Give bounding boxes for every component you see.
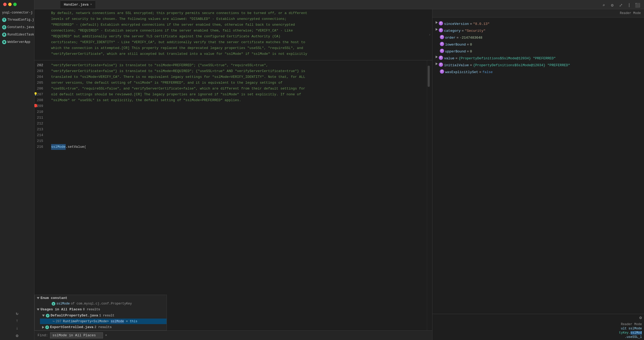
line-203: 203 <box>34 68 46 74</box>
sidebar-item-webserver[interactable]: W WebServerApp <box>0 38 34 46</box>
tab-close-icon[interactable]: × <box>90 3 92 6</box>
debug-row-category: f category = "Security" <box>436 28 641 34</box>
default-property-header[interactable]: J DefaultPropertySet.java 1 result <box>40 312 167 319</box>
export-controlled-subsection: J ExportControlled.java 2 results <box>35 324 167 330</box>
warning-icon: 💡 <box>34 92 38 96</box>
sidebar-item-mysql[interactable]: ysql-connector-j <box>0 9 34 16</box>
find-label: Find: <box>38 333 48 337</box>
up-nav-icon[interactable]: ↑ <box>16 318 19 324</box>
expand-sinceversion[interactable] <box>436 21 438 24</box>
usages-expand-icon[interactable] <box>37 308 39 311</box>
debug-row-value: f value = {PropertyDefinitions$SslMode@1… <box>436 55 641 62</box>
find-close-icon[interactable]: × <box>105 334 107 337</box>
line-210: 210 <box>34 109 46 115</box>
sidebar-settings-icon[interactable]: ⚙ <box>16 333 19 339</box>
tab-label: Handler.java <box>64 3 89 7</box>
reader-mode-button[interactable]: Reader Mode <box>620 11 641 15</box>
code-text: "verifyServerCertificate", which are sti… <box>51 51 307 57</box>
debug-row-initialvalue: f initialValue = {PropertyDefinitions$Ss… <box>436 62 641 69</box>
toolbar-area: ⌕ ⚙ ⤢ | ⬛ <box>597 0 644 11</box>
field-icon-initialvalue: f <box>439 62 443 67</box>
usages-section-header[interactable]: Usages in All Places 8 results <box>35 306 167 312</box>
debug-row-order: f order = -2147483648 <box>436 34 641 41</box>
code-line-207: old default settings should be reviewed.… <box>51 92 427 97</box>
val-value: {PropertyDefinitions$SslMode@12034} "PRE… <box>459 56 556 61</box>
code-line-214 <box>51 132 427 138</box>
code-line: "PREFERRED" - (default) Establish encryp… <box>51 22 427 28</box>
tab-handler-java[interactable]: Handler.java × <box>60 1 95 8</box>
enum-section-header[interactable]: Enum constant <box>35 295 167 301</box>
close-window-icon[interactable]: ⬛ <box>634 2 641 8</box>
result-line-num: ↪ <box>53 319 55 323</box>
scroll-right-indicator: ↪ <box>427 9 432 60</box>
sidebar-item-thread[interactable]: T ThreadConfig.j <box>0 16 34 24</box>
expand-initialvalue[interactable] <box>436 62 438 65</box>
val-was: false <box>482 69 493 75</box>
constants-icon: C <box>2 25 6 29</box>
line-215: 215 <box>34 138 46 144</box>
val-upperbound: 0 <box>470 49 472 55</box>
key-order: order <box>445 35 455 41</box>
export-expand-icon[interactable] <box>42 326 44 329</box>
usages-section-label: Usages in All Places <box>41 307 82 311</box>
find-bar: Find: × <box>34 330 432 340</box>
field-icon-category: f <box>439 28 443 32</box>
enum-expand-icon[interactable] <box>37 297 39 299</box>
minimize-button[interactable] <box>8 3 12 6</box>
editor-area: By default, network connections are SSL … <box>34 9 432 340</box>
expand-category[interactable] <box>436 28 438 31</box>
code-line-210 <box>51 109 427 115</box>
refresh-nav-icon[interactable]: ↻ <box>16 310 19 317</box>
enum-item-sslmode[interactable]: e sslMode of com.mysql.cj.conf.PropertyK… <box>45 301 167 306</box>
results-panel: Enum constant e sslMode of com.mysql.cj.… <box>34 295 167 330</box>
key-initialvalue: initialValue <box>444 62 469 68</box>
sidebar-item-constants[interactable]: C Constants.java <box>0 24 34 31</box>
scrollbar-thumb[interactable] <box>428 66 430 87</box>
line-211: 211 <box>34 115 46 121</box>
val-lowerbound: 0 <box>470 42 472 48</box>
reader-mode-label-2[interactable]: Reader Mode <box>621 323 642 326</box>
export-controlled-header[interactable]: J ExportControlled.java 2 results <box>40 324 167 330</box>
field-icon-sinceversion: f <box>439 21 443 25</box>
debug-content: f sinceVersion = "8.0.13" f category = "… <box>432 17 644 314</box>
val-category: "Security" <box>465 28 485 34</box>
code-line: "verifyServerCertificate", which are sti… <box>51 51 427 57</box>
field-icon-order: f <box>440 35 444 39</box>
debug-row-upperbound: f upperBound = 0 <box>436 48 641 55</box>
code-line-208: "sslMode" or "useSSL" is set explicitly,… <box>51 97 427 103</box>
default-expand-icon[interactable] <box>42 315 45 317</box>
line-num <box>34 23 46 29</box>
line-206: 206 <box>34 86 46 92</box>
code-line: which the connection is attempted.[CR] T… <box>51 45 427 51</box>
line-num <box>34 35 46 41</box>
error-icon: 🔴 <box>34 104 38 108</box>
right-panel-gear-icon[interactable]: ⚙ <box>639 315 642 320</box>
code-line-212 <box>51 121 427 127</box>
line-num <box>34 46 46 52</box>
code-text: "REQUIRED" but additionally verify the s… <box>51 34 280 39</box>
expand-value[interactable] <box>436 56 438 58</box>
maximize-button[interactable] <box>13 3 17 6</box>
settings-icon[interactable]: ⚙ <box>609 2 615 8</box>
close-button[interactable] <box>3 3 7 6</box>
expand-icon[interactable]: ⤢ <box>618 2 624 8</box>
result-line-number: 207 <box>56 320 61 323</box>
export-item-icon: J <box>45 325 49 329</box>
result-item-207[interactable]: ↪ 207 RuntimeProperty<SslMode> sslMode =… <box>40 319 167 324</box>
line-num <box>34 52 46 58</box>
line-213: 213 <box>34 127 46 132</box>
right-code-preview: Reader Mode ult sslMode tyKey.sslMod .us… <box>432 321 644 340</box>
line-num <box>34 11 46 17</box>
down-nav-icon[interactable]: ↓ <box>16 325 19 332</box>
key-upperbound: upperBound <box>445 49 466 55</box>
eq-was: = <box>479 69 481 75</box>
code-text: which the connection is attempted.[CR] T… <box>51 45 303 51</box>
search-icon[interactable]: ⌕ <box>601 2 607 8</box>
code-line: connections; "REQUIRED" - Establish secu… <box>51 28 427 34</box>
line-214: 214 <box>34 132 46 138</box>
find-input[interactable] <box>50 332 103 338</box>
default-property-label: DefaultPropertySet.java <box>51 314 98 317</box>
sidebar-item-runs[interactable]: R RunsOldestTask <box>0 31 34 38</box>
line-209: 🔴 209 <box>34 103 46 109</box>
result-text: RuntimeProperty<SslMode> sslMode = this <box>63 320 137 323</box>
